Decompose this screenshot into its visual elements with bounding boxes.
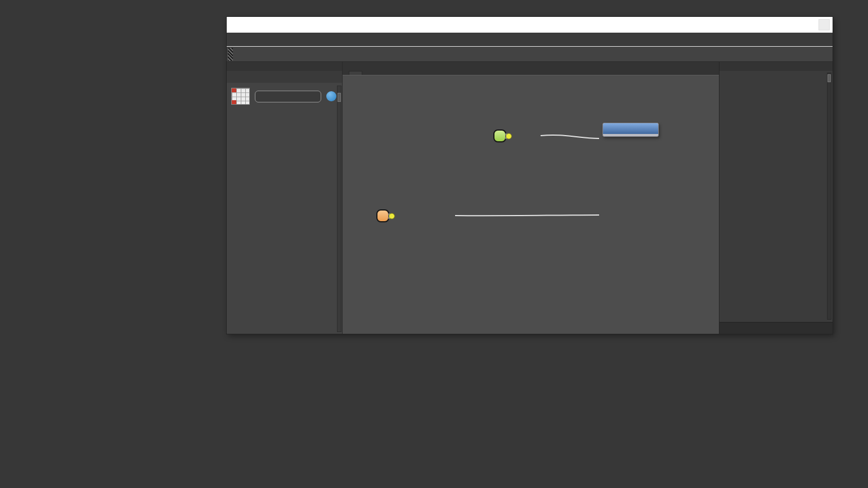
- window-button[interactable]: [818, 19, 830, 30]
- node-array-2s[interactable]: [602, 123, 659, 137]
- items-panel: [719, 62, 833, 334]
- items-panel-header[interactable]: [719, 62, 833, 71]
- properties-scrollbar-thumb[interactable]: [338, 93, 341, 102]
- generator-name-row: [227, 83, 342, 108]
- node-segment-base-hal[interactable]: [376, 209, 389, 222]
- window-content: [227, 62, 833, 334]
- properties-panel: [227, 62, 342, 334]
- wire-xspline: [541, 135, 599, 138]
- items-scrollbar-thumb[interactable]: [827, 74, 831, 82]
- titlebar[interactable]: [227, 17, 833, 33]
- node-x-spline[interactable]: [493, 129, 506, 142]
- items-bottom-tabs: [719, 322, 833, 334]
- graph-tabstrip: [343, 62, 719, 75]
- node-x-spline-output-connector[interactable]: [506, 133, 512, 139]
- properties-tabs: [227, 71, 342, 83]
- node-graph-panel: [342, 62, 719, 334]
- properties-scrollbar[interactable]: [337, 86, 341, 332]
- node-array-header[interactable]: [603, 123, 658, 134]
- items-tree: [719, 71, 833, 322]
- style-editor-window: [227, 17, 833, 334]
- toolbar-drag-handle[interactable]: [228, 48, 233, 61]
- array-generator-icon: [231, 88, 250, 105]
- node-segment-output-connector[interactable]: [389, 213, 395, 219]
- tab-top-level[interactable]: [349, 71, 362, 75]
- toolbar: [227, 47, 833, 62]
- node-canvas[interactable]: [343, 75, 719, 334]
- desktop: [0, 0, 868, 488]
- wires-layer: [343, 75, 719, 334]
- help-icon[interactable]: [326, 91, 336, 101]
- properties-panel-header[interactable]: [227, 62, 342, 71]
- wire-segment: [455, 215, 599, 216]
- menubar: [227, 33, 833, 47]
- generator-name-input[interactable]: [255, 91, 321, 102]
- items-scrollbar[interactable]: [827, 73, 831, 320]
